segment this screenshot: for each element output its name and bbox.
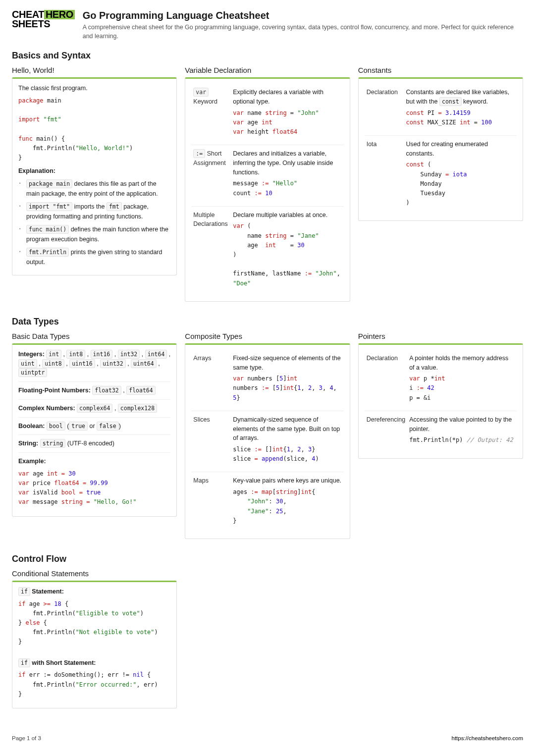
code-block: fmt.Println(*p) // Output: 42 — [409, 435, 515, 445]
card-pointers-title: Pointers — [358, 332, 523, 340]
card-hello-title: Hello, World! — [12, 66, 177, 74]
hello-bullets: package main declares this file as part … — [18, 179, 170, 267]
code-block: if err := doSomething(); err != nil { fm… — [18, 670, 170, 699]
hello-code: package main import "fmt" func main() { … — [18, 96, 170, 162]
table-row: := Short Assignment Declares and initial… — [191, 145, 343, 207]
page-title: Go Programming Language Cheatsheet — [83, 10, 523, 21]
code-block: var name string = "John" var age int var… — [233, 108, 341, 137]
table-row: var Keyword Explicitly declares a variab… — [191, 84, 343, 145]
code-block: var p *int i := 42 p = &i — [409, 374, 515, 403]
code-block: const PI = 3.14159 const MAX_SIZE int = … — [406, 108, 515, 127]
table-row: Multiple Declarations Declare multiple v… — [191, 206, 343, 296]
footer-link[interactable]: https://cheatsheetshero.com — [452, 735, 523, 741]
card-composite: Arrays Fixed-size sequence of elements o… — [185, 343, 350, 539]
card-vardecl-title: Variable Declaration — [185, 66, 350, 74]
table-row: Arrays Fixed-size sequence of elements o… — [191, 350, 343, 411]
card-constants: Declaration Constants are declared like … — [358, 77, 523, 221]
logo: CHEATHERO SHEETS — [12, 10, 75, 41]
code-block: const ( Sunday = iota Monday Tuesday ) — [406, 160, 515, 208]
logo-sheets: SHEETS — [12, 19, 75, 29]
explanation-heading: Explanation: — [18, 166, 170, 176]
list-item: import "fmt" imports the fmt package, pr… — [18, 202, 170, 221]
card-basictypes-title: Basic Data Types — [12, 332, 177, 340]
table-row: Maps Key-value pairs where keys are uniq… — [191, 472, 343, 534]
list-item: fmt.Println prints the given string to s… — [18, 247, 170, 267]
card-composite-title: Composite Types — [185, 332, 350, 340]
table-row: Declaration A pointer holds the memory a… — [365, 350, 517, 411]
table-row: Slices Dynamically-sized sequence of ele… — [191, 411, 343, 472]
list-item: package main declares this file as part … — [18, 179, 170, 199]
hello-intro: The classic first program. — [18, 84, 170, 93]
code-block: message := "Hello" count := 10 — [233, 179, 341, 198]
section-controlflow-heading: Control Flow — [12, 554, 523, 564]
page-footer: Page 1 of 3 https://cheatsheetshero.com — [12, 735, 523, 741]
card-conditional: if Statement: if age >= 18 { fmt.Println… — [12, 581, 177, 708]
code-block: if age >= 18 { fmt.Println("Eligible to … — [18, 599, 170, 647]
section-basics-heading: Basics and Syntax — [12, 51, 523, 61]
code-block: var numbers [5]int numbers := [5]int{1, … — [233, 374, 341, 403]
table-row: Declaration Constants are declared like … — [365, 84, 517, 135]
page-number: Page 1 of 3 — [12, 735, 41, 741]
card-hello: The classic first program. package main … — [12, 77, 177, 275]
table-row: Iota Used for creating enumerated consta… — [365, 135, 517, 216]
table-row: Dereferencing Accessing the value pointe… — [365, 411, 517, 453]
code-block: var ( name string = "Jane" age int = 30 … — [233, 221, 341, 288]
code-block: var age int = 30 var price float64 = 99.… — [18, 469, 170, 507]
card-vardecl: var Keyword Explicitly declares a variab… — [185, 77, 350, 302]
page-subtitle: A comprehensive cheat sheet for the Go p… — [83, 23, 523, 41]
card-basictypes: Integers: int , int8 , int16 , int32 , i… — [12, 343, 177, 517]
card-constants-title: Constants — [358, 66, 523, 74]
page-header: CHEATHERO SHEETS Go Programming Language… — [12, 10, 523, 41]
card-pointers: Declaration A pointer holds the memory a… — [358, 343, 523, 459]
list-item: func main() defines the main function wh… — [18, 224, 170, 244]
card-conditional-title: Conditional Statements — [12, 569, 177, 578]
section-datatypes-heading: Data Types — [12, 317, 523, 327]
code-block: ages := map[string]int{ "John": 30, "Jan… — [233, 487, 341, 526]
code-block: slice := []int{1, 2, 3} slice = append(s… — [233, 445, 341, 464]
